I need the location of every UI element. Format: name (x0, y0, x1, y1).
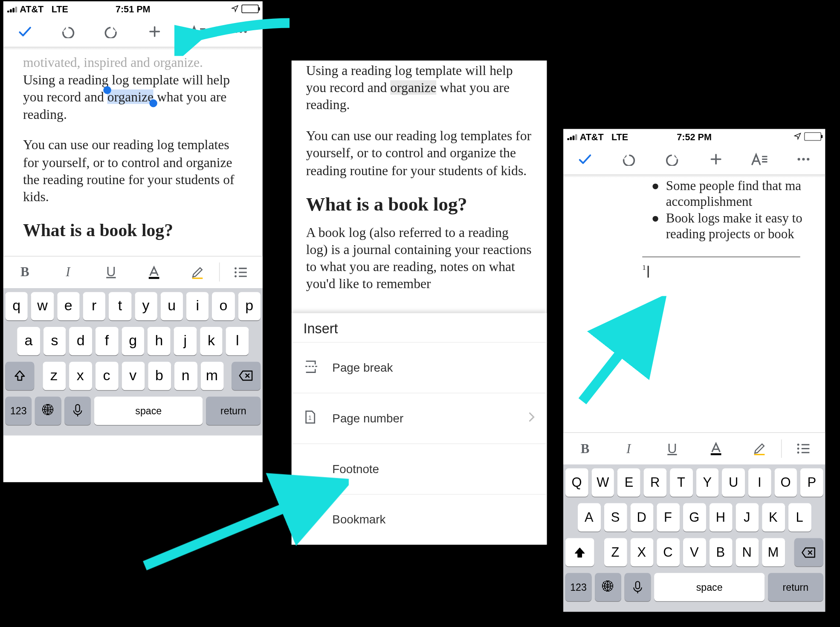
key-h[interactable]: h (148, 327, 171, 355)
key-y[interactable]: y (135, 292, 157, 320)
italic-button[interactable]: I (46, 257, 90, 288)
insert-button[interactable] (705, 148, 727, 170)
undo-button[interactable] (57, 20, 79, 43)
undo-button[interactable] (617, 148, 640, 170)
key-d[interactable]: D (630, 503, 653, 532)
key-a[interactable]: a (17, 327, 40, 355)
key-s[interactable]: s (43, 327, 66, 355)
document-area[interactable]: motivated, inspired and organize. Using … (3, 50, 263, 256)
digits-key[interactable]: 123 (565, 573, 592, 601)
backspace-key[interactable] (232, 362, 261, 390)
space-key[interactable]: space (654, 573, 765, 601)
menu-item-footnote[interactable]: Footnote (292, 443, 547, 494)
text-format-button[interactable] (186, 20, 209, 43)
key-q[interactable]: q (5, 292, 28, 320)
key-v[interactable]: v (122, 362, 145, 390)
key-k[interactable]: K (762, 503, 785, 532)
underline-button[interactable]: U (90, 257, 133, 288)
document-area[interactable]: Using a reading log template will help y… (292, 61, 547, 287)
done-button[interactable] (574, 148, 596, 170)
key-j[interactable]: j (174, 327, 197, 355)
document-area[interactable]: ●Some people find that maaccomplishment … (563, 178, 825, 354)
highlight-button[interactable] (738, 433, 781, 464)
key-m[interactable]: m (200, 362, 223, 390)
text-format-button[interactable] (748, 148, 770, 170)
list-button[interactable] (782, 433, 825, 464)
key-n[interactable]: N (736, 538, 759, 566)
key-e[interactable]: E (617, 468, 640, 497)
key-z[interactable]: z (43, 362, 66, 390)
more-button[interactable] (792, 148, 814, 170)
key-r[interactable]: r (83, 292, 105, 320)
key-w[interactable]: w (31, 292, 54, 320)
more-button[interactable] (230, 20, 252, 43)
key-g[interactable]: G (683, 503, 706, 532)
menu-item-page-break[interactable]: Page break (292, 342, 547, 393)
key-c[interactable]: C (656, 538, 679, 566)
key-k[interactable]: k (200, 327, 223, 355)
key-x[interactable]: x (69, 362, 92, 390)
key-j[interactable]: J (736, 503, 759, 532)
key-s[interactable]: S (604, 503, 627, 532)
bold-button[interactable]: B (3, 257, 46, 288)
redo-button[interactable] (100, 20, 122, 43)
text-color-button[interactable] (133, 257, 176, 288)
key-g[interactable]: g (122, 327, 145, 355)
menu-item-bookmark[interactable]: Bookmark (292, 494, 547, 545)
key-a[interactable]: A (577, 503, 600, 532)
space-key[interactable]: space (94, 396, 203, 425)
globe-key[interactable]: 🌐︎ (595, 573, 621, 601)
backspace-key[interactable] (794, 538, 823, 566)
key-v[interactable]: V (683, 538, 706, 566)
key-e[interactable]: e (57, 292, 80, 320)
key-h[interactable]: H (709, 503, 732, 532)
menu-item-page-number[interactable]: 1 Page number (292, 393, 547, 443)
underline-button[interactable]: U (650, 433, 694, 464)
keyboard[interactable]: qwertyuiop asdfghjkl zxcvbnm 123 🌐︎ spac… (3, 288, 263, 436)
key-b[interactable]: B (709, 538, 732, 566)
highlight-button[interactable] (176, 257, 219, 288)
key-o[interactable]: O (774, 468, 797, 497)
key-p[interactable]: p (238, 292, 261, 320)
key-y[interactable]: Y (696, 468, 719, 497)
keyboard[interactable]: QWERTYUIOP ASDFGHJKL ZXCVBNM 123 🌐︎ spac… (563, 465, 825, 612)
mic-key[interactable] (625, 573, 651, 601)
key-m[interactable]: M (762, 538, 785, 566)
list-button[interactable] (220, 257, 263, 288)
key-t[interactable]: T (670, 468, 693, 497)
text-color-button[interactable] (694, 433, 737, 464)
key-f[interactable]: f (96, 327, 119, 355)
key-c[interactable]: c (95, 362, 118, 390)
key-d[interactable]: d (70, 327, 93, 355)
key-n[interactable]: n (174, 362, 197, 390)
mic-key[interactable] (64, 396, 91, 425)
done-button[interactable] (14, 20, 36, 43)
key-u[interactable]: U (722, 468, 745, 497)
key-l[interactable]: L (788, 503, 811, 532)
key-r[interactable]: R (643, 468, 666, 497)
key-f[interactable]: F (656, 503, 679, 532)
bold-button[interactable]: B (563, 433, 607, 464)
key-i[interactable]: i (186, 292, 209, 320)
key-i[interactable]: I (748, 468, 771, 497)
key-u[interactable]: u (160, 292, 183, 320)
digits-key[interactable]: 123 (5, 396, 32, 425)
key-x[interactable]: X (630, 538, 653, 566)
key-z[interactable]: Z (604, 538, 627, 566)
shift-key[interactable] (565, 538, 594, 566)
shift-key[interactable] (5, 362, 34, 390)
return-key[interactable]: return (768, 573, 823, 601)
key-q[interactable]: Q (565, 468, 588, 497)
return-key[interactable]: return (206, 396, 261, 425)
globe-key[interactable]: 🌐︎ (35, 396, 61, 425)
key-o[interactable]: o (212, 292, 235, 320)
text-selection[interactable]: organize (107, 90, 154, 104)
redo-button[interactable] (661, 148, 684, 170)
key-p[interactable]: P (800, 468, 823, 497)
key-l[interactable]: l (226, 327, 249, 355)
key-w[interactable]: W (591, 468, 614, 497)
italic-button[interactable]: I (607, 433, 650, 464)
key-b[interactable]: b (148, 362, 171, 390)
key-t[interactable]: t (109, 292, 131, 320)
insert-button[interactable] (143, 20, 165, 43)
